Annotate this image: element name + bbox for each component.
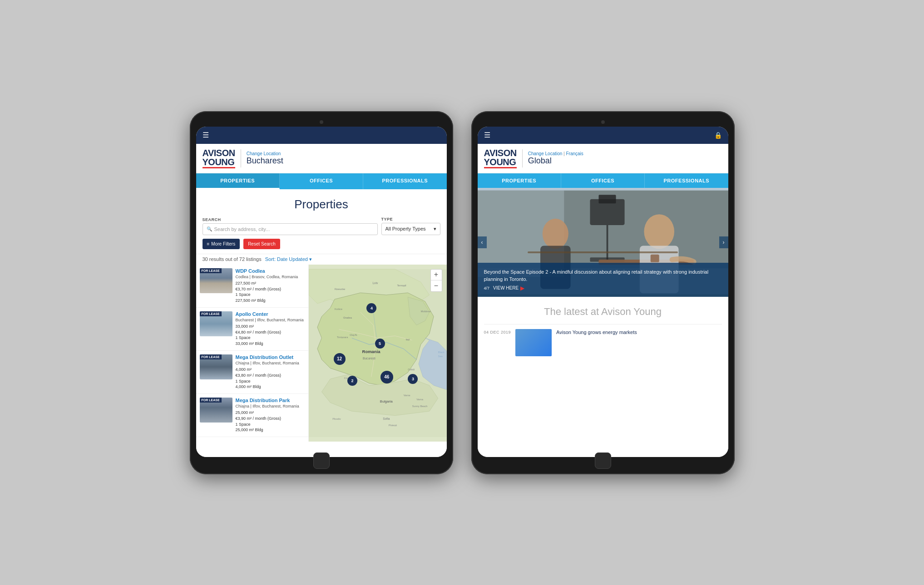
- location-info-left: Change Location Bucharest: [247, 151, 283, 166]
- type-value: All Property Types: [385, 226, 426, 231]
- svg-text:Black: Black: [438, 351, 445, 354]
- tablet-screen-right: ☰ 🔒 AVISON YOUNG Change Location |: [478, 127, 728, 457]
- reset-search-button[interactable]: Reset Search: [243, 239, 280, 249]
- menu-icon-right[interactable]: ☰: [484, 131, 490, 139]
- carousel-next-button[interactable]: ›: [719, 236, 728, 248]
- svg-text:Moldova: Moldova: [421, 310, 431, 312]
- page-content-right: ‹ › Beyond the Space Episode 2 - A mindf…: [478, 188, 728, 457]
- listing-detail: 4,000 m² €3,80 m² / month (Gross) 1 Spac…: [236, 367, 305, 389]
- top-bar-left: ☰: [196, 127, 447, 144]
- news-thumbnail: [515, 329, 552, 356]
- news-date-col: 04 DEC 2019: [484, 329, 511, 356]
- map-marker-2[interactable]: 2: [347, 376, 357, 386]
- location-info-right: Change Location | Français Global: [528, 151, 583, 166]
- more-filters-button[interactable]: ≡ More Filters: [203, 239, 240, 249]
- view-here-link[interactable]: VIEW HERE: [493, 285, 519, 290]
- listing-location: Chiajna | Ilfov, Bucharest, Romania: [236, 404, 305, 409]
- top-bar-right: ☰ 🔒: [478, 127, 728, 144]
- logo-text-left: AVISON YOUNG: [203, 148, 235, 167]
- svg-text:Košice: Košice: [335, 308, 342, 310]
- listing-card[interactable]: FOR LEASE Mega Distribution Outlet Chiaj…: [196, 351, 308, 394]
- news-date: 04 DEC 2019: [484, 329, 511, 334]
- svg-text:Romania: Romania: [362, 349, 380, 354]
- nav-properties-right[interactable]: PROPERTIES: [478, 173, 561, 188]
- carousel-nav: 4/7: [484, 286, 492, 290]
- svg-text:Sofia: Sofia: [383, 417, 390, 420]
- results-bar: 30 results out of 72 listings Sort: Date…: [196, 254, 447, 265]
- menu-icon-left[interactable]: ☰: [203, 131, 209, 139]
- map-marker-46[interactable]: 46: [380, 371, 393, 383]
- listing-detail: 25,000 m² €3,90 m² / month (Gross) 1 Spa…: [236, 410, 305, 433]
- search-label: SEARCH: [203, 217, 378, 222]
- type-select-dropdown[interactable]: All Property Types ▾: [381, 223, 440, 235]
- hero-image: ‹ › Beyond the Space Episode 2 - A mindf…: [478, 188, 728, 297]
- listing-badge: FOR LEASE: [200, 268, 222, 273]
- svg-text:Rzeszów: Rzeszów: [335, 287, 346, 290]
- city-name-right: Global: [528, 156, 583, 166]
- svg-text:Ternopil: Ternopil: [397, 284, 406, 286]
- sort-dropdown[interactable]: Sort: Date Updated ▾: [265, 256, 312, 262]
- chevron-down-icon: ▾: [434, 226, 436, 232]
- logo-right: AVISON YOUNG: [484, 148, 517, 168]
- listing-card[interactable]: FOR LEASE WDP Codlea Codlea | Brasov, Co…: [196, 265, 308, 308]
- svg-text:Plovdiv: Plovdiv: [332, 418, 341, 420]
- logo-text-right: AVISON YOUNG: [484, 148, 517, 167]
- logo-underline-left: [203, 167, 235, 168]
- tablet-home-left[interactable]: [313, 452, 330, 469]
- logo-divider-right: [522, 149, 523, 167]
- map-panel[interactable]: Romania București Cluj-N. Bulgaria Moldo…: [309, 265, 447, 442]
- zoom-in-button[interactable]: +: [431, 270, 442, 280]
- news-title: Avison Young grows energy markets: [556, 329, 637, 356]
- nav-bar-left: PROPERTIES OFFICES PROFESSIONALS: [196, 173, 447, 189]
- listing-thumb: FOR LEASE: [200, 398, 232, 423]
- search-input-field[interactable]: 🔍 Search by address, city...: [203, 223, 378, 235]
- latest-section: The latest at Avison Young 04 DEC 2019 A…: [478, 297, 728, 367]
- change-location-left[interactable]: Change Location: [247, 151, 283, 156]
- hero-overlay: Beyond the Space Episode 2 - A mindful d…: [478, 263, 728, 297]
- change-location-right[interactable]: Change Location | Français: [528, 151, 583, 156]
- svg-text:Timișoara: Timișoara: [337, 335, 349, 338]
- svg-text:Cluj-N.: Cluj-N.: [350, 334, 358, 336]
- header-left: AVISON YOUNG Change Location Bucharest: [196, 144, 447, 173]
- nav-bar-right: PROPERTIES OFFICES PROFESSIONALS: [478, 173, 728, 188]
- search-placeholder-text: Search by address, city...: [214, 226, 270, 232]
- page-content-left: Properties SEARCH 🔍 Search by address, c…: [196, 189, 447, 457]
- svg-text:București: București: [363, 357, 376, 360]
- logo-left: AVISON YOUNG: [203, 148, 235, 168]
- type-group: TYPE All Property Types ▾: [381, 217, 440, 235]
- map-marker-5[interactable]: 5: [375, 339, 385, 349]
- listings-map: FOR LEASE WDP Codlea Codlea | Brasov, Co…: [196, 265, 447, 442]
- search-icon: 🔍: [207, 226, 212, 231]
- search-row: SEARCH 🔍 Search by address, city... TYPE…: [203, 217, 440, 235]
- svg-text:Lviv: Lviv: [372, 281, 378, 285]
- nav-properties-left[interactable]: PROPERTIES: [196, 173, 280, 189]
- zoom-out-button[interactable]: −: [431, 280, 442, 291]
- hero-link[interactable]: 4/7 VIEW HERE ▶: [484, 285, 722, 291]
- svg-text:Galați: Galați: [408, 368, 415, 370]
- listing-info: Mega Distribution Park Chiajna | Ilfov, …: [232, 398, 305, 433]
- nav-professionals-right[interactable]: PROFESSIONALS: [645, 173, 728, 188]
- svg-text:Oradea: Oradea: [343, 316, 352, 319]
- carousel-counter: 4/7: [484, 286, 490, 290]
- map-marker-12[interactable]: 12: [334, 353, 346, 365]
- map-zoom-controls: + −: [430, 269, 442, 292]
- news-item[interactable]: 04 DEC 2019 Avison Young grows energy ma…: [484, 324, 722, 361]
- logo-divider-left: [241, 149, 241, 167]
- nav-offices-right[interactable]: OFFICES: [561, 173, 645, 188]
- listing-title: Mega Distribution Park: [236, 398, 305, 403]
- nav-offices-left[interactable]: OFFICES: [280, 173, 363, 189]
- header-right: AVISON YOUNG Change Location | Français …: [478, 144, 728, 173]
- nav-professionals-left[interactable]: PROFESSIONALS: [363, 173, 446, 189]
- filter-icon: ≡: [207, 241, 210, 246]
- listing-card[interactable]: FOR LEASE Apollo Center Bucharest | Ilfo…: [196, 308, 308, 351]
- tablet-home-right[interactable]: [595, 452, 611, 469]
- svg-text:Sunny Beach: Sunny Beach: [412, 404, 428, 407]
- listings-panel: FOR LEASE WDP Codlea Codlea | Brasov, Co…: [196, 265, 309, 442]
- listing-title: WDP Codlea: [236, 268, 305, 274]
- hero-description: Beyond the Space Episode 2 - A mindful d…: [484, 268, 722, 283]
- carousel-prev-button[interactable]: ‹: [478, 236, 487, 248]
- map-background: Romania București Cluj-N. Bulgaria Moldo…: [309, 265, 447, 442]
- listing-card[interactable]: FOR LEASE Mega Distribution Park Chiajna…: [196, 394, 308, 437]
- listing-title: Apollo Center: [236, 311, 305, 317]
- results-count: 30 results out of 72 listings: [203, 256, 262, 262]
